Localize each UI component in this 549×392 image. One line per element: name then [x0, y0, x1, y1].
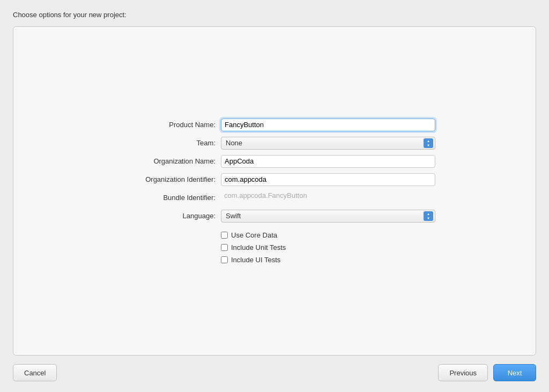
- cancel-button[interactable]: Cancel: [13, 364, 57, 381]
- product-name-label: Product Name:: [114, 121, 221, 129]
- product-name-input[interactable]: [221, 119, 435, 131]
- use-core-data-checkbox[interactable]: [221, 232, 228, 239]
- team-label: Team:: [114, 139, 221, 147]
- bundle-id-row: Bundle Identifier: com.appcoda.FancyButt…: [114, 191, 435, 204]
- unit-tests-row: Include Unit Tests: [221, 243, 435, 252]
- org-name-input[interactable]: [221, 155, 435, 168]
- team-select[interactable]: None: [221, 137, 435, 150]
- language-select-wrapper: Swift Objective-C: [221, 210, 435, 223]
- product-name-row: Product Name:: [114, 119, 435, 131]
- include-unit-tests-checkbox[interactable]: [221, 244, 228, 251]
- btn-right-group: Previous Next: [438, 364, 536, 381]
- org-id-row: Organization Identifier:: [114, 173, 435, 186]
- main-panel: Product Name: Team: None Organization Na…: [13, 26, 536, 356]
- use-core-data-label: Use Core Data: [231, 231, 277, 239]
- page-title: Choose options for your new project:: [13, 11, 536, 19]
- bottom-bar: Cancel Previous Next: [13, 356, 536, 381]
- org-name-row: Organization Name:: [114, 155, 435, 168]
- checkboxes-area: Use Core Data Include Unit Tests Include…: [221, 231, 435, 264]
- form-container: Product Name: Team: None Organization Na…: [114, 119, 435, 264]
- team-select-wrapper: None: [221, 137, 435, 150]
- org-id-input[interactable]: [221, 173, 435, 186]
- include-ui-tests-checkbox[interactable]: [221, 256, 228, 263]
- core-data-row: Use Core Data: [221, 231, 435, 239]
- bundle-id-label: Bundle Identifier:: [114, 194, 221, 202]
- next-button[interactable]: Next: [493, 364, 536, 381]
- ui-tests-row: Include UI Tests: [221, 256, 435, 264]
- previous-button[interactable]: Previous: [438, 364, 488, 381]
- include-ui-tests-label: Include UI Tests: [231, 256, 280, 264]
- language-label: Language:: [114, 212, 221, 220]
- include-unit-tests-label: Include Unit Tests: [231, 243, 286, 252]
- org-name-label: Organization Name:: [114, 157, 221, 165]
- org-id-label: Organization Identifier:: [114, 175, 221, 183]
- team-row: Team: None: [114, 137, 435, 150]
- language-row: Language: Swift Objective-C: [114, 210, 435, 223]
- language-select[interactable]: Swift Objective-C: [221, 210, 435, 223]
- bundle-id-value: com.appcoda.FancyButton: [221, 191, 435, 204]
